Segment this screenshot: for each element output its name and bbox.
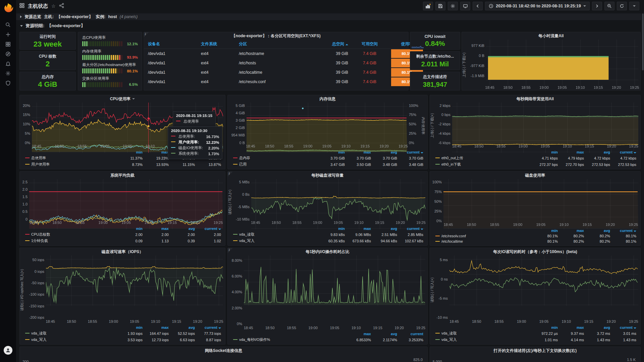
zoom-out-button[interactable] [604, 2, 614, 10]
row-overview-toggle[interactable]: 资源总览 主机: 【node-exporter】 实例: host (4 pan… [16, 13, 641, 20]
legend-value: 972.22 µs [532, 330, 558, 337]
table-header-总空间[interactable]: 总空间 [317, 40, 350, 49]
legend-series-label[interactable]: 总内存 [232, 155, 319, 161]
legend-series-label[interactable]: 总使用率 [24, 155, 117, 161]
y-tick: 0% [436, 219, 442, 223]
x-tick: 19:10 [576, 85, 585, 89]
table-cell: 7.4 GiB [350, 77, 390, 86]
legend-series-label[interactable]: CPU总核数 [24, 231, 117, 238]
legend-color-dash [25, 333, 30, 334]
legend-series-label[interactable]: vda_写入 [435, 337, 532, 343]
table-cell: /etc/hosts [237, 58, 317, 68]
user-avatar[interactable] [4, 346, 12, 355]
legend-series-label[interactable]: vda_读取 [435, 330, 532, 337]
panel-title[interactable]: CPU使用率 [110, 96, 130, 102]
table-header-分区[interactable]: 分区 [237, 40, 317, 49]
legend-value: 272.70 bps [558, 161, 585, 168]
panel-title[interactable]: 每秒磁盘读写容量 [312, 173, 344, 178]
time-forward-button[interactable] [592, 2, 602, 10]
panel-title[interactable]: 磁盘读写速率（IOPS） [102, 249, 144, 255]
star-icon[interactable]: ☆ [51, 3, 56, 9]
legend-header-avg[interactable]: avg [169, 325, 196, 330]
legend-series-label[interactable]: vda_写入 [232, 238, 319, 244]
plus-icon[interactable] [0, 29, 16, 39]
time-range-picker[interactable]: 2020-08-31 18:42:00 to 2020-08-31 19:25:… [485, 2, 590, 10]
legend-header-current[interactable]: current [196, 325, 222, 330]
dashboard-settings-button[interactable] [448, 2, 458, 10]
gauge-最大分区(/etc/hostname)使用率: 最大分区(/etc/hostname)使用率80.1% [82, 62, 138, 73]
legend-series-label[interactable]: 1分钟负载 [24, 238, 117, 244]
legend-header-current[interactable]: current [398, 331, 424, 337]
refresh-interval-dropdown[interactable] [629, 2, 639, 10]
legend-series-label[interactable]: /etc/localtime [435, 239, 532, 244]
sort-desc-icon [218, 327, 221, 329]
explore-compass-icon[interactable] [0, 49, 16, 59]
gauge-cell [82, 41, 84, 46]
legend-header-avg[interactable]: avg [585, 325, 611, 330]
x-tick: 18:55 [521, 85, 531, 89]
settings-gear-icon[interactable] [0, 68, 16, 78]
legend-series-label[interactable]: vda_写入 [24, 337, 117, 343]
dashboard-title[interactable]: 主机状态 [28, 3, 48, 9]
apps-grid-icon[interactable] [19, 3, 24, 9]
refresh-button[interactable] [617, 2, 627, 10]
graph-canvas[interactable] [46, 255, 223, 306]
legend-header-avg[interactable]: avg [372, 331, 398, 337]
scrollbar-thumb[interactable] [642, 13, 644, 70]
grafana-logo-icon[interactable] [2, 2, 14, 14]
panel-title[interactable]: 每次IO读写的耗时（参考：小于100ms）(beta) [493, 249, 577, 255]
table-cell: /etc/hostname [237, 49, 317, 59]
legend-header-max[interactable]: max [558, 325, 585, 330]
row-detail-toggle[interactable]: 资源明细: 【node-exporter】 [16, 22, 85, 29]
legend-series-label[interactable]: vda_每秒I/O操作% [232, 337, 345, 343]
legend-header-min[interactable]: min [532, 325, 558, 330]
table-cell: /dev/vda1 [144, 68, 200, 77]
panel-title[interactable]: 内存信息 [320, 96, 336, 102]
table-header-可用空间[interactable]: 可用空间 [350, 40, 390, 49]
x-tick: 18:45 [46, 319, 55, 323]
gauge-cell [103, 41, 104, 46]
table-header-设备名[interactable]: 设备名 [144, 40, 200, 49]
cycle-view-tv-button[interactable] [460, 2, 470, 10]
legend-header-max[interactable]: max [143, 325, 169, 330]
add-panel-button[interactable] [423, 2, 433, 10]
y-tick: -977 KiB [470, 64, 484, 68]
graph-canvas[interactable] [486, 40, 638, 90]
y-tick: 8.00% [232, 258, 242, 262]
share-icon[interactable] [59, 3, 64, 9]
panel-title[interactable]: 打开的文件描述符(左)/每秒上下文切换次数(右) [494, 348, 577, 354]
search-icon[interactable] [0, 20, 16, 29]
gauge-cell [84, 68, 86, 73]
legend-value: 3.72 ms [585, 330, 611, 337]
legend-series-label[interactable]: vda_读取 [24, 330, 117, 337]
y-tick: 0 bps [441, 113, 450, 117]
panel-title[interactable]: 网络Socket连接信息 [205, 348, 242, 354]
legend-series-label[interactable]: eth0_in下载 [435, 161, 532, 168]
panel-title[interactable]: 【node-exporter】：各分区可用空间(EXT.*/XFS) [231, 33, 320, 39]
panel-title[interactable]: 系统平均负载 [110, 173, 135, 178]
panel-title[interactable]: 磁盘使用率 [525, 173, 545, 178]
legend-header-min[interactable]: min [117, 325, 143, 330]
legend-series-label[interactable]: 用户使用率 [24, 161, 117, 168]
panel-title[interactable]: 每1秒内I/O操作耗时占比 [306, 249, 350, 255]
legend-header-max[interactable]: max [345, 331, 372, 337]
time-back-button[interactable] [473, 2, 483, 10]
alert-bell-icon[interactable] [0, 59, 16, 68]
panel-title[interactable]: 每小时流量All [538, 33, 564, 39]
legend-series-label[interactable]: 已用 [232, 161, 319, 168]
legend-series-label[interactable]: /etc/resolv.conf [435, 233, 532, 239]
legend-series-label[interactable]: eth0_out上传 [435, 155, 532, 161]
shield-icon[interactable] [0, 78, 16, 88]
legend-series-label[interactable]: vda_读取 [232, 231, 319, 238]
save-dashboard-button[interactable] [435, 2, 445, 10]
legend-header-current[interactable]: current [611, 325, 637, 330]
graph-canvas[interactable] [244, 255, 425, 306]
gauge-value: 93.9% [124, 55, 138, 59]
dashboards-grid-icon[interactable] [0, 39, 16, 49]
table-header-文件系统[interactable]: 文件系统 [200, 40, 237, 49]
panel-title[interactable]: 每秒网络带宽使用All [517, 96, 554, 102]
y-tick: 0.5 [22, 209, 28, 214]
gauge-cell [113, 82, 114, 87]
table-cell: ext4 [200, 49, 237, 59]
graph-canvas[interactable] [449, 255, 638, 306]
